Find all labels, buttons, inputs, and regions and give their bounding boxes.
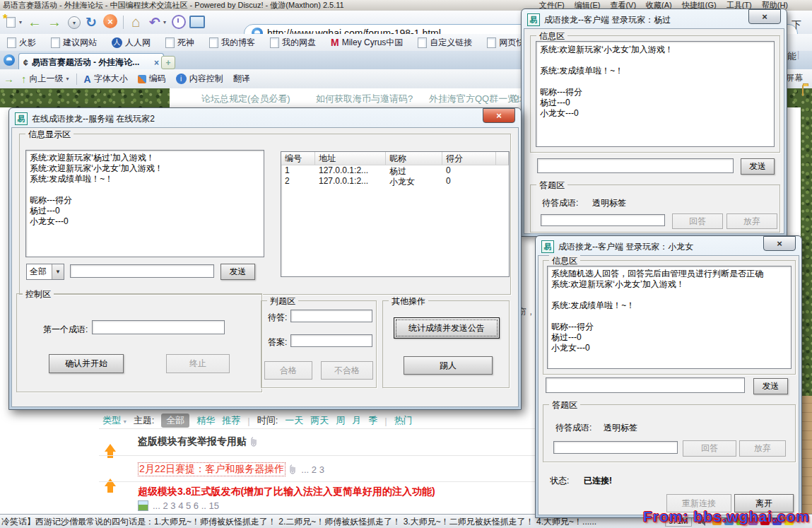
answer-input[interactable] xyxy=(290,334,372,347)
confirm-start-button[interactable]: 确认并开始 xyxy=(49,354,124,373)
col-nick[interactable]: 昵称 xyxy=(386,152,442,165)
forward-small-icon[interactable]: → xyxy=(4,73,14,85)
filter-week[interactable]: 周 xyxy=(336,414,345,427)
bookmark-netdisk[interactable]: 我的网盘 xyxy=(267,35,319,50)
client1-reply-button[interactable]: 回答 xyxy=(672,213,723,229)
new-page-icon[interactable]: * xyxy=(3,14,18,30)
server-titlebar[interactable]: 易 在线成语接龙--服务端 在线玩家2 xyxy=(15,112,155,125)
thread-title[interactable]: 2月22日赛提：客户和服务器操作 xyxy=(138,462,286,476)
folder-icon xyxy=(802,85,804,96)
tab-list-icon[interactable] xyxy=(4,54,15,66)
thread-row-3-pages[interactable]: ... 2 3 4 5 6 .. 15 xyxy=(138,500,219,511)
client2-chat-input[interactable] xyxy=(546,377,745,393)
filter-month[interactable]: 月 xyxy=(352,414,361,427)
tab-close-icon[interactable]: × xyxy=(154,58,159,68)
font-size-button[interactable]: A 字体大小 xyxy=(81,71,131,86)
col-score[interactable]: 得分 xyxy=(442,152,496,165)
thread-pages[interactable]: ... 2 3 4 5 6 .. 15 xyxy=(153,500,219,511)
thread-row-2[interactable]: 2月22日赛提：客户和服务器操作 ... 2 3 xyxy=(138,462,324,476)
first-idiom-input[interactable] xyxy=(92,320,225,334)
filter-hot[interactable]: 热门 xyxy=(394,414,413,427)
client1-chat-input[interactable] xyxy=(537,158,734,173)
server-send-button[interactable]: 发送 xyxy=(220,264,255,280)
table-row[interactable]: 1 127.0.0.1:2... 杨过 0 xyxy=(281,165,509,176)
client1-titlebar[interactable]: 易 成语接龙--客户端 登录玩家：杨过 xyxy=(527,13,671,26)
undo-icon[interactable]: ↶ xyxy=(147,14,163,30)
history-dropdown-icon[interactable]: ▾ xyxy=(68,16,81,29)
player-list-header[interactable]: 编号 地址 昵称 得分 xyxy=(281,152,509,165)
filter-digest[interactable]: 精华 xyxy=(196,414,215,427)
bookmark-huoying[interactable]: 火影 xyxy=(4,35,39,50)
new-page-dropdown-icon[interactable]: ▾ xyxy=(17,14,24,30)
encoding-button[interactable]: 编码 xyxy=(135,71,169,86)
bookmark-blog[interactable]: 我的博客 xyxy=(206,35,258,50)
up-arrow-icon: ↑ xyxy=(21,73,27,85)
forum-link-rules[interactable]: 论坛总规定(会员必看) xyxy=(201,93,290,105)
bookmark-jianyi[interactable]: 建议网站 xyxy=(48,35,100,50)
window-title: 易语言赛题活动 - 外挂海论坛 - 中国编程技术交流社区 - Powered b… xyxy=(0,0,344,11)
col-id[interactable]: 编号 xyxy=(281,152,315,165)
fail-button[interactable]: 不合格 xyxy=(321,361,373,380)
bookmark-custom[interactable]: 自定义链接 xyxy=(415,35,475,50)
filter-type[interactable]: 类型 ▾ xyxy=(102,414,126,427)
thread-title[interactable]: 超级模块3.8正式版发布(增加了比输入法注入更简单好用的注入功能) xyxy=(138,486,435,498)
refresh-icon[interactable]: ↻ xyxy=(83,14,99,30)
client2-send-button[interactable]: 发送 xyxy=(753,378,788,394)
server-close-button[interactable]: × xyxy=(483,108,515,123)
forward-icon[interactable]: → xyxy=(47,14,62,30)
separator: | xyxy=(384,416,387,426)
translate-button[interactable]: 翻译 xyxy=(230,71,253,86)
filter-all[interactable]: 全部 xyxy=(161,413,189,428)
client2-reply-button[interactable]: 回答 xyxy=(683,440,736,457)
kick-button[interactable]: 踢人 xyxy=(404,356,493,375)
combo-arrow-icon[interactable]: ▼ xyxy=(52,264,64,279)
up-level-button[interactable]: ↑ 向上一级 ▾ xyxy=(18,71,72,86)
client1-title: 成语接龙--客户端 登录玩家：杨过 xyxy=(544,14,671,26)
col-address[interactable]: 地址 xyxy=(315,152,386,165)
pending-label: 待答: xyxy=(268,312,287,324)
toolbar-separator xyxy=(123,16,124,29)
thread-row-3[interactable]: 超级模块3.8正式版发布(增加了比输入法注入更简单好用的注入功能) xyxy=(138,486,435,498)
fragment-text: 能 xyxy=(787,50,796,63)
client1-send-button[interactable]: 发送 xyxy=(741,158,775,175)
player-list[interactable]: 编号 地址 昵称 得分 1 127.0.0.1:2... 杨过 0 2 127.… xyxy=(281,151,510,277)
pass-button[interactable]: 合格 xyxy=(264,361,312,380)
forum-link-qq[interactable]: 外挂海官方QQ群一览! xyxy=(429,93,519,105)
home-icon[interactable]: ⌂ xyxy=(128,14,143,30)
server-target-combobox[interactable]: 全部 ▼ xyxy=(26,264,64,280)
stats-announce-button[interactable]: 统计成绩并发送公告 xyxy=(394,317,500,339)
client2-answer-input[interactable] xyxy=(553,441,678,454)
bookmark-miley[interactable]: MMiley Cyrus中国 xyxy=(328,35,406,50)
thread-row-1[interactable]: 盗版模块有奖举报专用贴 xyxy=(138,435,258,448)
thread-title[interactable]: 盗版模块有奖举报专用贴 xyxy=(138,435,247,448)
client2-close-button[interactable]: × xyxy=(763,236,796,251)
stop-button[interactable]: 终止 xyxy=(166,354,230,373)
new-tab-button[interactable]: + xyxy=(161,56,175,69)
server-dialog[interactable]: 易 在线成语接龙--服务端 在线玩家2 × 信息显示区 系统:欢迎新玩家‘杨过’… xyxy=(8,107,522,410)
status-value: 已连接! xyxy=(584,475,612,487)
bookmark-sishen[interactable]: 死神 xyxy=(163,35,197,50)
history-clock-icon[interactable] xyxy=(171,14,187,30)
back-icon[interactable]: ← xyxy=(27,14,42,30)
filter-season[interactable]: 季 xyxy=(368,414,377,427)
filter-2day[interactable]: 两天 xyxy=(310,414,329,427)
forum-link-coins[interactable]: 如何获取海币与邀请码? xyxy=(316,93,413,105)
table-row[interactable]: 2 127.0.0.1:2... 小龙女 0 xyxy=(281,176,509,187)
client1-answer-input[interactable] xyxy=(541,214,665,226)
client1-dialog[interactable]: 易 成语接龙--客户端 登录玩家：杨过 × 信息区 系统:欢迎新玩家‘小龙女’加… xyxy=(521,8,787,237)
client2-titlebar[interactable]: 易 成语接龙--客户端 登录玩家：小龙女 xyxy=(541,240,693,253)
client1-close-button[interactable]: × xyxy=(748,9,781,24)
bookmark-renren[interactable]: 人人人网 xyxy=(109,35,153,50)
stop-icon[interactable]: × xyxy=(103,14,117,28)
client1-giveup-button[interactable]: 放弃 xyxy=(726,213,777,229)
client2-dialog[interactable]: 易 成语接龙--客户端 登录玩家：小龙女 × 信息区 系统随机选人回答，回答完后… xyxy=(535,235,802,518)
filter-1day[interactable]: 一天 xyxy=(285,414,303,427)
undo-dropdown-icon[interactable]: ▾ xyxy=(161,14,168,30)
client2-giveup-button[interactable]: 放弃 xyxy=(739,440,786,457)
server-chat-input[interactable] xyxy=(70,264,214,278)
filter-recommend[interactable]: 推荐 xyxy=(222,414,240,427)
pending-input[interactable] xyxy=(290,310,372,322)
session-window-icon[interactable] xyxy=(189,14,205,30)
content-control-button[interactable]: i 内容控制 xyxy=(173,71,226,86)
thread-pages[interactable]: ... 2 3 xyxy=(301,464,324,475)
